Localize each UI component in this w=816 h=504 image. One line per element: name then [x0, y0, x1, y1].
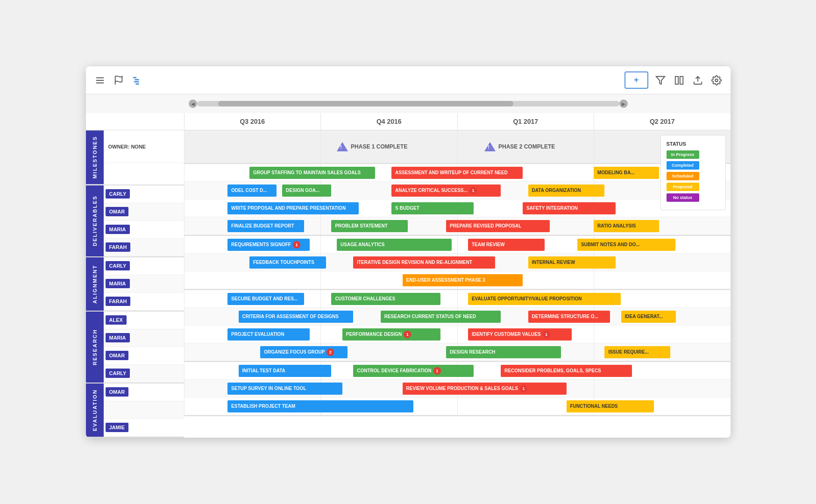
gantt-row: GROUP STAFFING TO MAINTAIN SALES GOALSAS…: [184, 164, 731, 182]
gantt-bar[interactable]: SECURE BUDGET AND RES...: [227, 293, 304, 305]
owner-row: CARLY: [104, 257, 184, 275]
owner-row: FARAH: [104, 293, 184, 311]
gantt-bar[interactable]: RATIO ANALYSIS: [594, 220, 659, 232]
section-alignment: ALIGNMENTCARLYMARIAFARAH: [86, 257, 184, 312]
gantt-bar[interactable]: PREPARE REVISED PROPOSAL: [446, 220, 550, 232]
owner-label: ALEX: [106, 315, 127, 325]
gantt-bar[interactable]: ASSESSMENT AND WRITEUP OF CURRENT NEED: [391, 167, 523, 179]
scroll-right-arrow[interactable]: ▶: [619, 99, 628, 108]
owner-label: OMAR: [106, 351, 129, 360]
gantt-bar[interactable]: REVIEW VOLUME PRODUCTION & SALES GOALS1: [403, 383, 567, 395]
quarter-label-3: Q1 2017: [457, 113, 594, 130]
svg-point-12: [715, 79, 718, 82]
filter-icon[interactable]: [654, 74, 667, 87]
gantt-bar[interactable]: IDEA GENERAT...: [621, 311, 676, 323]
gantt-bar[interactable]: ESTABLISH PROJECT TEAM: [227, 400, 413, 412]
columns-icon[interactable]: [673, 74, 686, 87]
gantt-bar[interactable]: FUNCTIONAL NEEDS: [567, 400, 654, 412]
gantt-bar[interactable]: MODELING BA...: [594, 167, 659, 179]
svg-rect-9: [675, 77, 678, 85]
owner-row: MARIA: [104, 221, 184, 239]
owner-label: MARIA: [106, 225, 130, 234]
gantt-bar[interactable]: ORGANIZE FOCUS GROUP2: [260, 346, 348, 358]
gantt-bar[interactable]: WRITE PROPOSAL AND PREPARE PRESENTATION: [227, 202, 359, 214]
gantt-bar[interactable]: REQUIREMENTS SIGNOFF1: [227, 239, 310, 251]
gantt-bar[interactable]: SAFETY INTEGRATION: [523, 202, 616, 214]
gantt-bar[interactable]: GROUP STAFFING TO MAINTAIN SALES GOALS: [249, 167, 375, 179]
owner-row: OWNER: NONE: [104, 130, 184, 163]
gantt-bar[interactable]: S BUDGET: [391, 202, 474, 214]
scroll-track[interactable]: [197, 101, 619, 106]
gantt-section-deliverables: GROUP STAFFING TO MAINTAIN SALES GOALSAS…: [184, 164, 731, 236]
gantt-bar[interactable]: INITIAL TEST DATA: [239, 365, 332, 377]
gantt-bar[interactable]: DESIGN GOA...: [282, 185, 331, 197]
bar-badge: 1: [543, 331, 550, 338]
owner-label: MARIA: [106, 279, 130, 288]
scroll-thumb[interactable]: [218, 101, 514, 106]
owner-row: OMAR: [104, 383, 184, 401]
gantt-bar[interactable]: ITERATIVE DESIGN REVISION AND RE-ALIGNME…: [353, 256, 495, 269]
gantt-row: END-USER ASSESSMENT PHASE 3: [184, 271, 731, 289]
owner-row: [104, 401, 184, 419]
gantt-bar[interactable]: ODEL COST D...: [227, 185, 277, 197]
svg-rect-5: [135, 79, 139, 80]
gantt-row: FEEDBACK TOUCHPOINTSITERATIVE DESIGN REV…: [184, 254, 731, 271]
gantt-bar[interactable]: FINALIZE BUDGET REPORT: [227, 220, 304, 232]
gantt-bar[interactable]: ISSUE REQUIRE...: [604, 346, 670, 358]
gantt-row: WRITE PROPOSAL AND PREPARE PRESENTATIONS…: [184, 199, 731, 217]
export-icon[interactable]: [691, 74, 704, 87]
gantt-icon[interactable]: [131, 74, 144, 87]
bar-badge: 1: [469, 187, 477, 194]
gantt-row: PROJECT EVALUATIONPERFORMANCE DESIGN1IDE…: [184, 326, 731, 343]
owner-rows-alignment: CARLYMARIAFARAH: [104, 257, 184, 311]
section-label-deliverables: DELIVERABLES: [86, 185, 104, 256]
gantt-bar[interactable]: CRITERIA FOR ASSESSMENT OF DESIGNS: [239, 311, 354, 323]
section-label-milestones: MILESTONES: [86, 130, 104, 184]
legend-item-no-status: No status: [667, 193, 720, 202]
gantt-bar[interactable]: USAGE ANALYTICS: [337, 239, 452, 251]
svg-rect-10: [680, 77, 682, 85]
gantt-bar[interactable]: DETERMINE STRUCTURE O...: [528, 311, 610, 323]
gantt-bar[interactable]: EVALUATE OPPORTUNITY/VALUE PROPOSITION: [468, 293, 621, 305]
gantt-row: !PHASE 1 COMPLETE!PHASE 2 COMPLETE: [184, 130, 731, 163]
milestone-marker: !PHASE 2 COMPLETE: [484, 142, 555, 151]
gantt-bar[interactable]: END-USER ASSESSMENT PHASE 3: [403, 274, 523, 286]
bar-badge: 1: [433, 367, 441, 375]
list-view-icon[interactable]: [93, 74, 106, 87]
quarter-label-2: Q4 2016: [320, 113, 457, 130]
gantt-bar[interactable]: RESEARCH CURRENT STATUS OF NEED: [381, 311, 501, 323]
gantt-bar[interactable]: PROJECT EVALUATION: [227, 328, 310, 341]
owner-row: MARIA: [104, 329, 184, 347]
owner-label: FARAH: [106, 297, 131, 306]
add-button[interactable]: +: [624, 71, 648, 89]
gantt-bar[interactable]: SETUP SURVEY IN ONLINE TOOL: [227, 383, 342, 395]
section-deliverables: DELIVERABLESCARLYOMARMARIAFARAH: [86, 185, 184, 257]
gantt-bar[interactable]: FEEDBACK TOUCHPOINTS: [249, 256, 326, 269]
owner-label: JAMIE: [106, 423, 129, 432]
gantt-bar[interactable]: IDENTIFY CUSTOMER VALUES1: [468, 328, 572, 341]
gantt-bar[interactable]: CUSTOMER CHALLENGES: [331, 293, 440, 305]
section-label-evaluation: EVALUATION: [86, 383, 104, 437]
owner-rows-evaluation: OMARJAMIE: [104, 383, 184, 437]
settings-icon[interactable]: [710, 74, 723, 87]
gantt-bar[interactable]: TEAM REVIEW: [468, 239, 545, 251]
gantt-bar[interactable]: CONTROL DEVICE FABRICATION1: [353, 365, 473, 377]
owner-rows-milestones: OWNER: NONE: [104, 130, 184, 184]
gantt-row: SECURE BUDGET AND RES...CUSTOMER CHALLEN…: [184, 290, 731, 308]
flag-icon[interactable]: [112, 74, 125, 87]
gantt-bar[interactable]: SUBMIT NOTES AND DO...: [577, 239, 676, 251]
owner-label: CARLY: [106, 261, 130, 270]
gantt-row: ORGANIZE FOCUS GROUP2DESIGN RESEARCHISSU…: [184, 343, 731, 361]
gantt-bar[interactable]: ANALYZE CRITICAL SUCCESS...1: [391, 185, 501, 197]
owner-label: OMAR: [106, 387, 129, 397]
gantt-bar[interactable]: PROBLEM STATEMENT: [331, 220, 408, 232]
gantt-bar[interactable]: DESIGN RESEARCH: [446, 346, 561, 358]
gantt-bar[interactable]: DATA ORGANIZATION: [528, 185, 605, 197]
gantt-bar[interactable]: PERFORMANCE DESIGN1: [342, 328, 441, 341]
scroll-left-arrow[interactable]: ◀: [189, 99, 197, 108]
legend-item-in-progress: In Progress: [667, 150, 720, 159]
gantt-section-evaluation: INITIAL TEST DATACONTROL DEVICE FABRICAT…: [184, 362, 731, 416]
timeline-scrollbar[interactable]: ◀ ▶: [86, 94, 731, 113]
gantt-bar[interactable]: RECONSIDER PROBLEMS, GOALS, SPECS: [501, 365, 632, 377]
gantt-bar[interactable]: INTERNAL REVIEW: [528, 256, 616, 269]
